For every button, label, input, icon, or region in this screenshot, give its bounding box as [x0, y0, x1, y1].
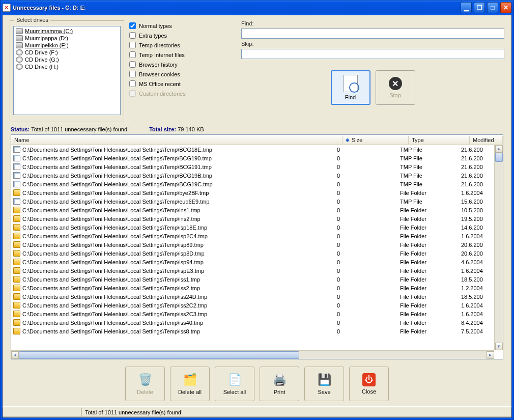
scan-type-checkbox[interactable]: Temp directories: [129, 42, 236, 48]
list-item[interactable]: C:\Documents and Settings\Toni Helenius\…: [11, 284, 494, 292]
checkbox-input[interactable]: [129, 61, 136, 68]
list-item[interactable]: C:\Documents and Settings\Toni Helenius\…: [11, 232, 494, 240]
restore-button[interactable]: ❐: [474, 2, 485, 13]
checkbox-label: Extra types: [139, 33, 167, 39]
drive-item[interactable]: CD Drive (G:): [15, 56, 119, 63]
scan-type-checkbox[interactable]: Temp Internet files: [129, 51, 236, 58]
scan-type-checkbox[interactable]: Extra types: [129, 32, 236, 39]
delete-all-icon: 🗂️: [182, 373, 197, 387]
scroll-up-button[interactable]: ▲: [495, 145, 503, 153]
find-input[interactable]: [241, 29, 504, 39]
results-listview[interactable]: Name ◆Size Type Modified C:\Documents an…: [11, 134, 503, 359]
print-button[interactable]: 🖨️ Print: [260, 367, 299, 401]
scan-type-checkbox[interactable]: MS Office recent: [129, 80, 236, 87]
drives-groupbox: Select drives Muumimamma (C:)Muumipappa …: [10, 20, 124, 122]
list-header[interactable]: Name ◆Size Type Modified: [11, 135, 503, 145]
cell-size: 0: [334, 311, 400, 317]
status-text: Total of 1011 unnecessary file(s) found!: [31, 126, 129, 132]
status-line: Status: Total of 1011 unnecessary file(s…: [3, 125, 511, 134]
drive-item[interactable]: Muumimamma (C:): [15, 27, 119, 35]
list-item[interactable]: C:\Documents and Settings\Toni Helenius\…: [11, 292, 494, 301]
list-item[interactable]: C:\Documents and Settings\Toni Helenius\…: [11, 318, 494, 327]
list-item[interactable]: C:\Documents and Settings\Toni Helenius\…: [11, 249, 494, 258]
titlebar[interactable]: ✕ Unnecessary files - C: D: E: ▁ ❐ □ ✕: [1, 1, 513, 15]
scan-type-checkbox[interactable]: Browser cookies: [129, 71, 236, 77]
checkbox-input[interactable]: [129, 71, 136, 77]
scroll-left-button[interactable]: ◄: [11, 351, 19, 359]
select-all-button[interactable]: 📄 Select all: [215, 367, 254, 401]
list-item[interactable]: C:\Documents and Settings\Toni Helenius\…: [11, 327, 494, 335]
save-button[interactable]: 💾 Save: [304, 367, 344, 401]
list-item[interactable]: C:\Documents and Settings\Toni Helenius\…: [11, 258, 494, 266]
list-item[interactable]: C:\Documents and Settings\Toni Helenius\…: [11, 188, 494, 197]
list-item[interactable]: C:\Documents and Settings\Toni Helenius\…: [11, 154, 494, 162]
checkbox-input[interactable]: [129, 51, 136, 58]
drive-item[interactable]: CD Drive (F:): [15, 49, 119, 56]
cell-name: C:\Documents and Settings\Toni Helenius\…: [22, 328, 334, 334]
column-header-type[interactable]: Type: [409, 136, 470, 144]
checkbox-input[interactable]: [129, 32, 136, 39]
list-rows[interactable]: C:\Documents and Settings\Toni Helenius\…: [11, 145, 494, 350]
cell-type: TMP File: [400, 147, 461, 153]
list-item[interactable]: C:\Documents and Settings\Toni Helenius\…: [11, 214, 494, 223]
column-header-size[interactable]: ◆Size: [342, 136, 409, 144]
delete-button[interactable]: 🗑️ Delete: [125, 367, 165, 401]
list-item[interactable]: C:\Documents and Settings\Toni Helenius\…: [11, 145, 494, 154]
folder-icon: [13, 328, 20, 334]
checkbox-input[interactable]: [129, 80, 136, 87]
list-item[interactable]: C:\Documents and Settings\Toni Helenius\…: [11, 162, 494, 171]
vscroll-thumb[interactable]: [495, 153, 503, 162]
folder-icon: [13, 276, 20, 283]
checkbox-input[interactable]: [129, 42, 136, 48]
scroll-right-button[interactable]: ►: [487, 351, 494, 359]
scroll-down-button[interactable]: ▼: [495, 343, 503, 350]
folder-icon: [13, 267, 20, 274]
cell-modified: 21.6.200: [461, 164, 494, 170]
horizontal-scrollbar[interactable]: ◄ ►: [11, 350, 494, 359]
hscroll-track[interactable]: [19, 351, 487, 359]
list-item[interactable]: C:\Documents and Settings\Toni Helenius\…: [11, 275, 494, 284]
minimize-button[interactable]: ▁: [461, 2, 472, 13]
list-item[interactable]: C:\Documents and Settings\Toni Helenius\…: [11, 197, 494, 206]
skip-input[interactable]: [241, 49, 504, 59]
list-item[interactable]: C:\Documents and Settings\Toni Helenius\…: [11, 301, 494, 310]
cell-size: 0: [334, 320, 400, 326]
drive-item[interactable]: CD Drive (H:): [15, 63, 119, 70]
drive-item[interactable]: Muumipappa (D:): [15, 35, 119, 42]
delete-all-button[interactable]: 🗂️ Delete all: [170, 367, 210, 401]
cell-size: 0: [334, 181, 400, 187]
list-item[interactable]: C:\Documents and Settings\Toni Helenius\…: [11, 171, 494, 180]
cell-modified: 21.6.200: [461, 155, 494, 161]
drives-list[interactable]: Muumimamma (C:)Muumipappa (D:)Muumipeikk…: [13, 26, 121, 115]
list-item[interactable]: C:\Documents and Settings\Toni Helenius\…: [11, 310, 494, 318]
list-item[interactable]: C:\Documents and Settings\Toni Helenius\…: [11, 180, 494, 188]
maximize-button[interactable]: □: [487, 2, 498, 13]
scan-type-checkbox[interactable]: Normal types: [129, 22, 236, 29]
drive-item[interactable]: Muumipeikko (E:): [15, 42, 119, 49]
list-item[interactable]: C:\Documents and Settings\Toni Helenius\…: [11, 266, 494, 275]
cell-name: C:\Documents and Settings\Toni Helenius\…: [22, 320, 334, 326]
hard-drive-icon: [16, 28, 23, 34]
folder-icon: [13, 293, 20, 300]
hscroll-thumb[interactable]: [19, 351, 299, 359]
list-item[interactable]: C:\Documents and Settings\Toni Helenius\…: [11, 240, 494, 249]
list-item[interactable]: C:\Documents and Settings\Toni Helenius\…: [11, 223, 494, 232]
stop-button[interactable]: ✕ Stop: [376, 70, 415, 105]
cell-type: File Folder: [400, 276, 461, 283]
cell-modified: 21.6.200: [461, 173, 494, 179]
totalsize-block: Total size: 79 140 KB: [149, 126, 204, 132]
app-icon: ✕: [3, 4, 11, 12]
cell-type: TMP File: [400, 181, 461, 187]
scan-type-checkbox[interactable]: Browser history: [129, 61, 236, 68]
checkbox-input[interactable]: [129, 22, 136, 29]
column-header-modified[interactable]: Modified: [470, 136, 503, 144]
close-window-button[interactable]: ✕: [500, 2, 511, 13]
column-header-name[interactable]: Name: [11, 136, 342, 144]
find-button[interactable]: Find: [331, 70, 370, 105]
cell-modified: 1.6.2004: [461, 190, 494, 196]
list-item[interactable]: C:\Documents and Settings\Toni Helenius\…: [11, 206, 494, 214]
vertical-scrollbar[interactable]: ▲ ▼: [494, 145, 503, 350]
vscroll-track[interactable]: [495, 153, 503, 343]
cell-size: 0: [334, 155, 400, 161]
close-button[interactable]: ⏻ Close: [349, 367, 389, 401]
